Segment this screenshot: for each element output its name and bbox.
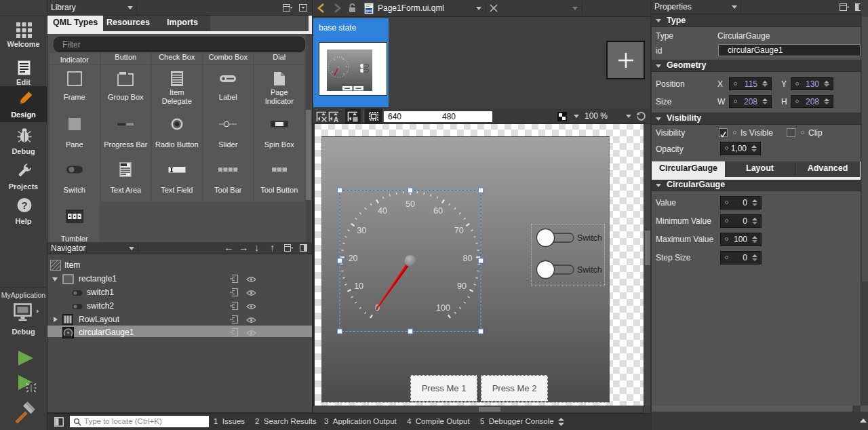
svg-text:A: A	[334, 116, 338, 123]
svg-text:80: 80	[462, 254, 472, 263]
svg-text:70: 70	[454, 226, 463, 235]
svg-text:40: 40	[378, 206, 387, 216]
svg-text:100: 100	[436, 303, 450, 313]
svg-text:90: 90	[456, 281, 466, 291]
svg-text:Switch: Switch	[577, 233, 602, 243]
svg-text:30: 30	[357, 226, 366, 235]
svg-text:?: ?	[21, 199, 27, 211]
svg-text:qml: qml	[366, 9, 372, 13]
svg-text:60: 60	[433, 206, 443, 216]
svg-text:Switch: Switch	[577, 265, 602, 275]
svg-text:20: 20	[348, 254, 357, 263]
svg-text:50: 50	[406, 199, 415, 209]
svg-text:10: 10	[354, 281, 363, 291]
